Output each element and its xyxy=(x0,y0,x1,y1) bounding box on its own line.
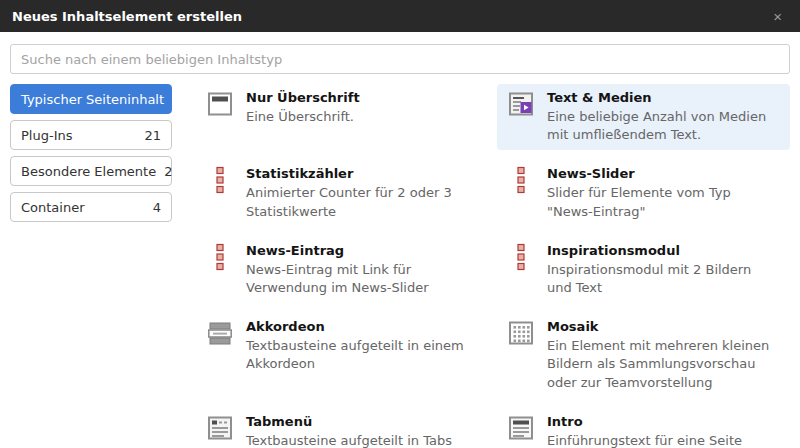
broken-image-icon xyxy=(507,166,535,194)
element-description: Inspirationsmodul mit 2 Bildern und Text xyxy=(547,261,780,297)
tab-typischer-seiteninhalt[interactable]: Typischer Seiteninhalt 10 xyxy=(10,84,172,114)
element-tabmen[interactable]: Tabmenü Textbausteine aufgeteilt in Tabs xyxy=(196,408,489,448)
element-title: Akkordeon xyxy=(246,319,479,334)
element-akkordeon[interactable]: Akkordeon Textbausteine aufgeteilt in ei… xyxy=(196,313,489,379)
tab-count-badge: 10 xyxy=(172,92,189,107)
element-text: Nur Überschrift Eine Überschrift. xyxy=(246,90,360,126)
element-text: Inspirationsmodul Inspirationsmodul mit … xyxy=(547,243,780,297)
element-description: Eine beliebige Anzahl von Medien mit umf… xyxy=(547,108,780,144)
accordion-icon xyxy=(206,319,234,347)
element-title: Mosaik xyxy=(547,319,780,334)
broken-image-icon xyxy=(206,243,234,271)
search-input[interactable] xyxy=(10,44,790,74)
tab-label: Typischer Seiteninhalt xyxy=(21,92,164,107)
modal-title: Neues Inhaltselement erstellen xyxy=(12,9,242,24)
element-text: Statistikzähler Animierter Counter für 2… xyxy=(246,166,479,220)
element-text-medien[interactable]: Text & Medien Eine beliebige Anzahl von … xyxy=(497,84,790,150)
element-text: Intro Einführungstext für eine Seite xyxy=(547,414,742,448)
tab-count-badge: 21 xyxy=(144,128,161,143)
tabs-icon xyxy=(206,414,234,442)
element-title: Statistikzähler xyxy=(246,166,479,181)
element-news-eintrag[interactable]: News-Eintrag News-Eintrag mit Link für V… xyxy=(196,237,489,303)
element-intro[interactable]: Intro Einführungstext für eine Seite xyxy=(497,408,790,448)
tab-label: Besondere Elemente xyxy=(21,164,156,179)
element-nur-berschrift[interactable]: Nur Überschrift Eine Überschrift. xyxy=(196,84,489,132)
broken-image-icon xyxy=(507,243,535,271)
modal-body: Typischer Seiteninhalt 10 Plug-Ins 21 Be… xyxy=(0,32,800,448)
close-icon[interactable]: × xyxy=(767,7,788,26)
element-description: Ein Element mit mehreren kleinen Bildern… xyxy=(547,337,780,392)
element-news-slider[interactable]: News-Slider Slider für Elemente vom Typ … xyxy=(497,160,790,226)
element-text: Akkordeon Textbausteine aufgeteilt in ei… xyxy=(246,319,479,373)
element-title: Nur Überschrift xyxy=(246,90,360,105)
element-text: Mosaik Ein Element mit mehreren kleinen … xyxy=(547,319,780,392)
element-text: News-Eintrag News-Eintrag mit Link für V… xyxy=(246,243,479,297)
element-list: Nur Überschrift Eine Überschrift. Text &… xyxy=(196,84,790,448)
category-tabs: Typischer Seiteninhalt 10 Plug-Ins 21 Be… xyxy=(10,84,172,222)
element-title: Intro xyxy=(547,414,742,429)
element-title: News-Eintrag xyxy=(246,243,479,258)
element-mosaik[interactable]: Mosaik Ein Element mit mehreren kleinen … xyxy=(497,313,790,398)
element-text: Text & Medien Eine beliebige Anzahl von … xyxy=(547,90,780,144)
textmedia-icon xyxy=(507,90,535,118)
element-inspirationsmodul[interactable]: Inspirationsmodul Inspirationsmodul mit … xyxy=(497,237,790,303)
new-content-element-modal: Neues Inhaltselement erstellen × Typisch… xyxy=(0,0,800,448)
tab-besondere-elemente[interactable]: Besondere Elemente 2 xyxy=(10,156,172,186)
element-text: News-Slider Slider für Elemente vom Typ … xyxy=(547,166,780,220)
header-icon xyxy=(206,90,234,118)
tab-container[interactable]: Container 4 xyxy=(10,192,172,222)
intro-icon xyxy=(507,414,535,442)
element-description: Slider für Elemente vom Typ "News-Eintra… xyxy=(547,184,780,220)
tab-count-badge: 2 xyxy=(164,164,172,179)
element-description: Textbausteine aufgeteilt in einem Akkord… xyxy=(246,337,479,373)
element-description: Einführungstext für eine Seite xyxy=(547,432,742,448)
element-text: Tabmenü Textbausteine aufgeteilt in Tabs xyxy=(246,414,452,448)
tab-label: Plug-Ins xyxy=(21,128,72,143)
tab-count-badge: 4 xyxy=(153,200,161,215)
modal-header: Neues Inhaltselement erstellen × xyxy=(0,0,800,32)
element-title: News-Slider xyxy=(547,166,780,181)
mosaic-icon xyxy=(507,319,535,347)
element-description: Animierter Counter für 2 oder 3 Statisti… xyxy=(246,184,479,220)
element-title: Tabmenü xyxy=(246,414,452,429)
content-wrapper: Typischer Seiteninhalt 10 Plug-Ins 21 Be… xyxy=(10,84,790,448)
element-title: Text & Medien xyxy=(547,90,780,105)
element-title: Inspirationsmodul xyxy=(547,243,780,258)
element-description: Textbausteine aufgeteilt in Tabs xyxy=(246,432,452,448)
tab-label: Container xyxy=(21,200,85,215)
tab-plug-ins[interactable]: Plug-Ins 21 xyxy=(10,120,172,150)
element-statistikz-hler[interactable]: Statistikzähler Animierter Counter für 2… xyxy=(196,160,489,226)
broken-image-icon xyxy=(206,166,234,194)
element-description: Eine Überschrift. xyxy=(246,108,360,126)
element-description: News-Eintrag mit Link für Verwendung im … xyxy=(246,261,479,297)
